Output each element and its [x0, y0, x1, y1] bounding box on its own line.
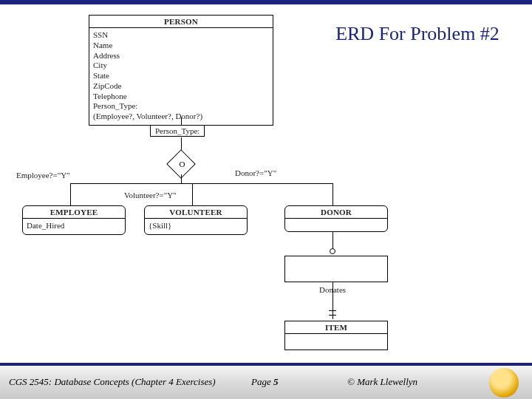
- entity-donor-attrs: [285, 219, 387, 226]
- connector: [70, 183, 332, 184]
- attr: City: [93, 61, 269, 71]
- attr: Person_Type:: [93, 101, 269, 112]
- connector: [70, 183, 71, 205]
- footer-course: CGS 2545: Database Concepts (Chapter 4 E…: [9, 376, 216, 388]
- attr: Address: [93, 51, 269, 61]
- entity-donor-header: DONOR: [285, 206, 387, 219]
- entity-volunteer-attrs: {Skill}: [145, 219, 247, 234]
- entity-employee-header: EMPLOYEE: [23, 206, 125, 219]
- cardinality-ring: [330, 248, 335, 254]
- entity-employee-attrs: Date_Hired: [23, 219, 125, 234]
- entity-volunteer-header: VOLUNTEER: [145, 206, 247, 219]
- page-title: ERD For Problem #2: [325, 22, 510, 47]
- cond-donor: Donor?="Y": [235, 168, 276, 177]
- connector: [181, 174, 182, 183]
- cond-volunteer: Volunteer?="Y": [124, 191, 177, 200]
- attr: Name: [93, 41, 269, 51]
- connector: [332, 282, 333, 319]
- slide: ERD For Problem #2 PERSON SSN Name Addre…: [0, 0, 532, 399]
- connector: [332, 183, 333, 205]
- footer-page: Page 5: [251, 376, 278, 388]
- attr: SSN: [93, 30, 269, 41]
- rel-donates: [284, 256, 388, 282]
- cardinality-tick: [329, 310, 336, 311]
- rel-donates-body: [285, 256, 387, 277]
- entity-item: ITEM: [284, 321, 388, 350]
- attr: ZipCode: [93, 81, 269, 92]
- ucf-logo-icon: [489, 368, 519, 398]
- footer-bar: CGS 2545: Database Concepts (Chapter 4 E…: [0, 365, 532, 399]
- entity-person-header: PERSON: [89, 16, 273, 28]
- discriminator-label: Person_Type:: [150, 125, 205, 137]
- entity-employee: EMPLOYEE Date_Hired: [22, 205, 126, 235]
- entity-item-header: ITEM: [285, 321, 387, 334]
- attr: State: [93, 71, 269, 81]
- entity-item-attrs: [285, 334, 387, 344]
- footer-page-label: Page: [251, 376, 271, 387]
- gen-spec-letter: O: [171, 160, 192, 168]
- attr: Telephone: [93, 92, 269, 102]
- connector: [192, 183, 193, 205]
- attr: {Skill}: [149, 221, 243, 231]
- entity-donor: DONOR: [284, 205, 388, 232]
- footer-page-number: 5: [273, 376, 279, 387]
- entity-person: PERSON SSN Name Address City State ZipCo…: [89, 15, 273, 126]
- entity-person-attrs: SSN Name Address City State ZipCode Tele…: [89, 28, 273, 125]
- cond-employee: Employee?="Y": [16, 171, 70, 180]
- footer-copyright: © Mark Llewellyn: [347, 376, 417, 388]
- attr: Date_Hired: [27, 221, 121, 231]
- entity-volunteer: VOLUNTEER {Skill}: [144, 205, 248, 235]
- cardinality-tick: [329, 315, 336, 316]
- connector: [181, 117, 182, 125]
